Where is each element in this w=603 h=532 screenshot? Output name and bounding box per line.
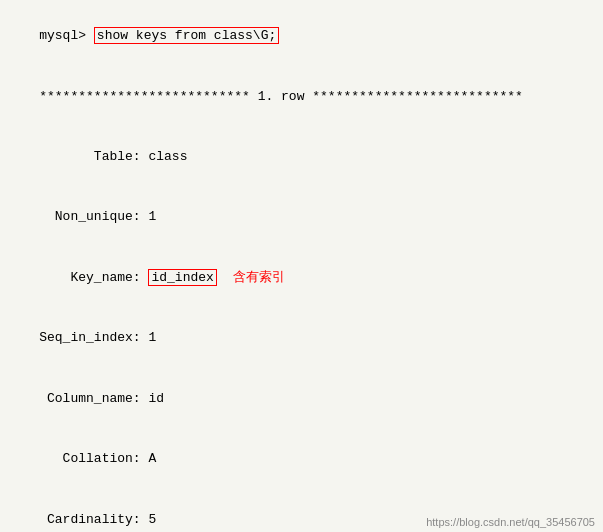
field-nonunique: Non_unique: 1	[8, 187, 595, 247]
keyname-annotation: 含有索引	[233, 270, 285, 285]
field-table: Table: class	[8, 127, 595, 187]
prompt-1: mysql>	[39, 28, 94, 43]
field-label: Non_unique: 1	[39, 209, 156, 224]
field-label: Key_name:	[39, 270, 148, 285]
separator-line: *************************** 1. row *****…	[8, 66, 595, 126]
field-label: Table: class	[39, 149, 187, 164]
field-columnname: Column_name: id	[8, 369, 595, 429]
line-1: mysql> show keys from class\G;	[8, 6, 595, 66]
keyname-boxed: id_index	[148, 269, 216, 286]
field-keyname: Key_name: id_index含有索引	[8, 248, 595, 308]
cmd-boxed-1: show keys from class\G;	[94, 27, 279, 44]
field-collation: Collation: A	[8, 429, 595, 489]
separator-text: *************************** 1. row *****…	[39, 89, 523, 104]
field-seqinindex: Seq_in_index: 1	[8, 308, 595, 368]
watermark: https://blog.csdn.net/qq_35456705	[426, 516, 595, 528]
terminal-window: mysql> show keys from class\G; *********…	[0, 0, 603, 532]
